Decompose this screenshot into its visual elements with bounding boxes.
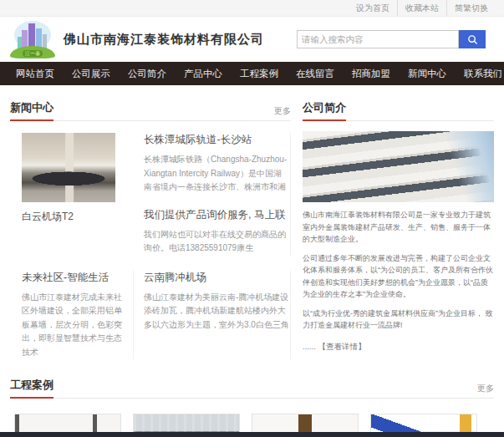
page: 设为首页 收藏本站 简繁切换 江一泰 佛山市南海江泰装饰材料有限公司 <box>0 0 504 437</box>
news-featured-caption[interactable]: 白云机场T2 <box>22 210 134 224</box>
news-item-text: 佛山江泰建材为美丽云南-腾冲机场建设添砖加瓦，腾冲机场新建航站楼内外大多以六边形… <box>144 291 290 333</box>
news-item-text: 我们网站也可以对非在线交易的商品的询价。电话13825591079康生 <box>144 228 290 256</box>
about-text: 佛山市南海江泰装饰材料有限公司是一家专业致力于建筑室内外金属装饰建材产品研发、生… <box>303 209 494 332</box>
about-photo-company-building <box>303 131 494 202</box>
about-paragraph: 佛山市南海江泰装饰材料有限公司是一家专业致力于建筑室内外金属装饰建材产品研发、生… <box>303 209 494 246</box>
company-name: 佛山市南海江泰装饰材料有限公司 <box>64 32 264 48</box>
logo-building-icon <box>28 23 35 48</box>
news-item-title[interactable]: 长株潭城际轨道-长沙站 <box>144 133 290 147</box>
news-section-title: 新闻中心 <box>10 100 53 121</box>
news-item-title[interactable]: 未来社区-智能生活 <box>22 271 125 285</box>
news-item-text: 佛山市江泰建材完成未来社区外墙建设，全部采用铝单板幕墙，层次分明，色彩突出，即彰… <box>22 291 125 360</box>
topbar-link-simplified-traditional[interactable]: 简繁切换 <box>446 0 496 16</box>
topbar-link-set-homepage[interactable]: 设为首页 <box>349 0 397 16</box>
footer-edge <box>0 432 504 437</box>
news-section: 新闻中心 更多 白云机场T2 长株潭城际轨道-长沙站 长株潭城际铁路（Chang… <box>10 94 291 359</box>
site-header: 江一泰 佛山市南海江泰装饰材料有限公司 <box>0 17 504 62</box>
news-grid: 白云机场T2 长株潭城际轨道-长沙站 长株潭城际铁路（Changsha-Zhuz… <box>10 133 291 359</box>
news-item: 云南腾冲机场 佛山江泰建材为美丽云南-腾冲机场建设添砖加瓦，腾冲机场新建航站楼内… <box>134 271 291 360</box>
news-photo-baiyun-airport[interactable] <box>22 133 115 202</box>
news-item-text: 长株潭城际铁路（Changsha-Zhuzhou-Xiangtan Interc… <box>144 153 290 195</box>
news-item-title[interactable]: 我们提供产品询价服务, 马上联 <box>144 208 290 222</box>
nav-item-contact[interactable]: 联系我们 <box>460 68 504 80</box>
nav-item-message[interactable]: 在线留言 <box>292 68 339 80</box>
cases-section-title: 工程案例 <box>10 378 53 399</box>
nav-item-franchise[interactable]: 招商加盟 <box>348 68 395 80</box>
search-bar <box>297 30 486 48</box>
main-content: 新闻中心 更多 白云机场T2 长株潭城际轨道-长沙站 长株潭城际铁路（Chang… <box>0 85 504 359</box>
cases-section: 工程案例 更多 <box>0 371 504 437</box>
news-item: 未来社区-智能生活 佛山市江泰建材完成未来社区外墙建设，全部采用铝单板幕墙，层次… <box>10 271 134 360</box>
nav-item-products[interactable]: 产品中心 <box>180 68 227 80</box>
nav-item-company-showcase[interactable]: 公司展示 <box>68 68 115 80</box>
topbar: 设为首页 收藏本站 简繁切换 <box>0 0 504 17</box>
about-section-header: 公司简介 <box>303 94 494 121</box>
news-item: 我们提供产品询价服务, 马上联 我们网站也可以对非在线交易的商品的询价。电话13… <box>144 208 290 256</box>
about-section: 公司简介 佛山市南海江泰装饰材料有限公司是一家专业致力于建筑室内外金属装饰建材产… <box>303 94 494 359</box>
about-section-title: 公司简介 <box>303 100 346 121</box>
logo-banner-text: 江一泰 <box>23 50 43 57</box>
nav-item-news[interactable]: 新闻中心 <box>404 68 451 80</box>
cases-more-link[interactable]: 更多 <box>477 383 494 398</box>
about-paragraph: 公司通过多年不断的发展改进与完善，构建了公司企业文化体系和服务体系，以“为公司的… <box>303 252 494 301</box>
search-button[interactable] <box>459 30 486 48</box>
search-input[interactable] <box>297 30 459 48</box>
cases-section-header: 工程案例 更多 <box>10 371 494 399</box>
topbar-link-bookmark[interactable]: 收藏本站 <box>397 0 446 16</box>
news-item: 长株潭城际轨道-长沙站 长株潭城际铁路（Changsha-Zhuzhou-Xia… <box>144 133 290 195</box>
nav-item-home[interactable]: 网站首页 <box>12 68 59 80</box>
news-more-link[interactable]: 更多 <box>274 105 291 120</box>
news-featured-item: 白云机场T2 <box>10 133 134 256</box>
about-paragraph: 以“成为行业优-秀的建筑金属材料供应商”为企业目标， 致力打造金属建材行业一流品… <box>303 307 494 332</box>
news-section-header: 新闻中心 更多 <box>10 94 291 121</box>
news-text-column: 长株潭城际轨道-长沙站 长株潭城际铁路（Changsha-Zhuzhou-Xia… <box>134 133 291 256</box>
about-detail-link[interactable]: ...... 【查看详情】 <box>303 342 494 353</box>
nav-item-company-profile[interactable]: 公司简介 <box>124 68 171 80</box>
company-logo[interactable]: 江一泰 <box>10 20 55 58</box>
search-icon <box>467 34 478 45</box>
nav-item-projects[interactable]: 工程案例 <box>236 68 283 80</box>
main-nav: 网站首页 公司展示 公司简介 产品中心 工程案例 在线留言 招商加盟 新闻中心 … <box>0 62 504 85</box>
news-item-title[interactable]: 云南腾冲机场 <box>144 271 290 285</box>
